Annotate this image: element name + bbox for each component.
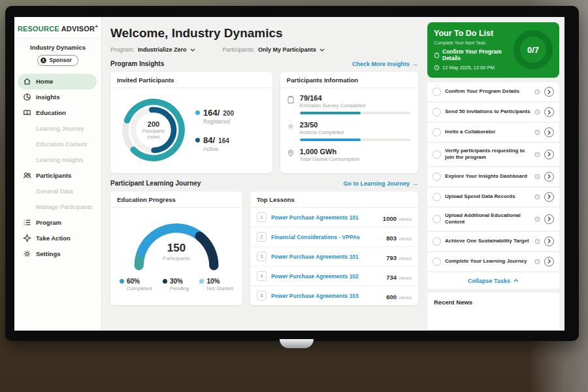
- todo-summary-card: Your To Do List Complete Your Next Task:…: [427, 22, 559, 78]
- task-open-button[interactable]: [544, 214, 554, 224]
- views-label: views: [399, 255, 412, 261]
- sidebar-item-education[interactable]: Education: [14, 105, 101, 121]
- dashboard-screen: RESOURCE ADVISOR+ Industry Dynamics Spon…: [14, 17, 564, 331]
- lesson-row[interactable]: 3 Power Purchase Agreements 101 793views: [250, 247, 418, 267]
- sidebar-item-settings[interactable]: Settings: [14, 246, 101, 262]
- task-open-button[interactable]: [544, 150, 554, 159]
- task-achieve-sustainability-target[interactable]: Achieve One Sustainability Target: [427, 232, 559, 252]
- lesson-row[interactable]: 2 Financial Considerations - VPPAs 803vi…: [250, 227, 418, 247]
- legend-dot: [199, 279, 204, 284]
- sidebar-item-label: Settings: [36, 250, 60, 257]
- task-confirm-program-details[interactable]: Confirm Your Program Details: [427, 82, 559, 103]
- program-dropdown[interactable]: Program: Industrialize Zero: [110, 46, 195, 53]
- invited-participants-donut: 200 Participants Invited: [117, 93, 190, 167]
- legend-label: Active: [203, 146, 234, 152]
- sidebar-item-learning-journey[interactable]: Learning Journey: [14, 121, 101, 137]
- sidebar-item-education-content[interactable]: Education Content: [14, 137, 101, 152]
- task-invite-collaborator[interactable]: Invite a Collaborator: [427, 123, 559, 143]
- sidebar-item-program[interactable]: Program: [14, 215, 101, 231]
- clock-icon: [434, 65, 440, 71]
- lesson-row[interactable]: 5 Power Purchase Agreements 103 600views: [250, 286, 418, 305]
- lesson-rank: 1: [257, 212, 267, 222]
- app-logo: RESOURCE ADVISOR+: [14, 24, 101, 33]
- participants-icon: [23, 171, 31, 180]
- progress-bar-fill: [300, 139, 361, 141]
- task-upload-educational-content[interactable]: Upload Additional Educational Content: [427, 208, 559, 232]
- task-checkbox[interactable]: [433, 237, 441, 246]
- task-open-button[interactable]: [544, 257, 554, 267]
- sidebar-item-learning-insights[interactable]: Learning Insights: [14, 152, 101, 168]
- task-open-button[interactable]: [544, 127, 554, 137]
- task-checkbox[interactable]: [433, 172, 441, 181]
- task-open-button[interactable]: [544, 172, 554, 182]
- task-checkbox[interactable]: [433, 257, 441, 266]
- sponsor-label: Sponsor: [49, 57, 71, 63]
- legend-active: 84/164 Active: [195, 135, 234, 152]
- education-progress-card: Education Progress 150 Participants 60% …: [110, 191, 242, 305]
- clock-icon: [534, 89, 540, 95]
- task-send-invitations[interactable]: Send 50 Invitations to Participants: [427, 103, 559, 123]
- legend-dot: [195, 110, 200, 115]
- views-label: views: [399, 216, 412, 222]
- task-checkbox[interactable]: [433, 215, 441, 223]
- task-checkbox[interactable]: [433, 108, 441, 116]
- invited-participants-card: Invited Participants 200 Partic: [110, 72, 272, 173]
- task-complete-learning-journey[interactable]: Complete Your Learning Journey: [427, 252, 559, 272]
- task-checkbox[interactable]: [433, 128, 441, 137]
- lesson-link[interactable]: Power Purchase Agreements 101: [271, 253, 382, 260]
- program-insights-header: Program Insights Check More Insights →: [110, 60, 418, 67]
- todo-title: Your To Do List: [434, 29, 510, 38]
- participants-filter-label: Participants:: [223, 46, 255, 53]
- lesson-link[interactable]: Financial Considerations - VPPAs: [271, 234, 382, 240]
- task-checkbox[interactable]: [433, 193, 441, 201]
- background-scene: RESOURCE ADVISOR+ Industry Dynamics Spon…: [0, 0, 588, 392]
- task-open-button[interactable]: [544, 107, 554, 117]
- views-count: 793: [386, 254, 397, 261]
- sidebar-nav: Home Insights Education Learning Journey…: [14, 74, 101, 262]
- task-label: Invite a Collaborator: [445, 129, 531, 135]
- sidebar-item-manage-participants[interactable]: Manage Participants: [14, 199, 101, 215]
- clock-icon: [534, 216, 540, 222]
- lesson-link[interactable]: Power Purchase Agreements 103: [271, 293, 382, 299]
- stat-value: 1,000 GWh: [300, 148, 410, 155]
- lesson-link[interactable]: Power Purchase Agreements 102: [271, 273, 382, 280]
- task-label: Complete Your Learning Journey: [445, 258, 531, 265]
- sidebar-item-take-action[interactable]: Take Action: [14, 231, 101, 246]
- task-label: Upload Spend Data Records: [445, 193, 531, 200]
- lesson-link[interactable]: Power Purchase Agreements 101: [271, 214, 378, 221]
- sidebar-item-home[interactable]: Home: [18, 74, 97, 90]
- lesson-row[interactable]: 1 Power Purchase Agreements 101 1000view…: [250, 208, 418, 227]
- go-to-learning-journey-link[interactable]: Go to Learning Journey →: [343, 180, 418, 187]
- task-explore-insights[interactable]: Explore Your Insights Dashboard: [427, 167, 559, 188]
- lesson-row[interactable]: 4 Power Purchase Agreements 102 734views: [250, 267, 418, 286]
- clock-icon: [534, 238, 540, 244]
- task-open-button[interactable]: [544, 237, 554, 246]
- task-label: Verify participants requesting to join t…: [445, 148, 531, 161]
- task-upload-spend-data[interactable]: Upload Spend Data Records: [427, 188, 559, 208]
- participants-dropdown[interactable]: Participants: Only My Participants: [223, 46, 325, 53]
- task-open-button[interactable]: [544, 192, 554, 202]
- card-title: Invited Participants: [110, 72, 272, 88]
- sponsor-badge: Sponsor: [37, 55, 78, 66]
- recent-news-card: Recent News: [427, 293, 559, 331]
- sidebar-item-insights[interactable]: Insights: [14, 90, 101, 105]
- sidebar-item-label: Participants: [36, 172, 71, 179]
- progress-bar-fill: [300, 112, 361, 114]
- sidebar-item-general-data[interactable]: General Data: [14, 184, 101, 199]
- gauge-legend: 60% Completed 30% Pending 10% Not Starte…: [110, 274, 242, 298]
- task-open-button[interactable]: [544, 87, 554, 97]
- task-verify-participants[interactable]: Verify participants requesting to join t…: [427, 143, 559, 167]
- stat-value: 79/164: [300, 94, 410, 102]
- task-checkbox[interactable]: [433, 88, 441, 96]
- clipboard-icon: [434, 52, 440, 58]
- task-checkbox[interactable]: [433, 150, 441, 159]
- sidebar-item-label: Insights: [36, 93, 59, 101]
- sidebar-item-label: Program: [36, 219, 61, 226]
- sidebar-item-participants[interactable]: Participants: [14, 168, 101, 184]
- todo-panel: Your To Do List Complete Your Next Task:…: [426, 17, 564, 331]
- chevron-down-icon: [190, 48, 195, 52]
- clock-icon: [534, 259, 540, 265]
- arrow-right-icon: →: [412, 61, 418, 67]
- check-more-insights-link[interactable]: Check More Insights →: [352, 61, 418, 67]
- collapse-tasks-button[interactable]: Collapse Tasks: [427, 272, 559, 289]
